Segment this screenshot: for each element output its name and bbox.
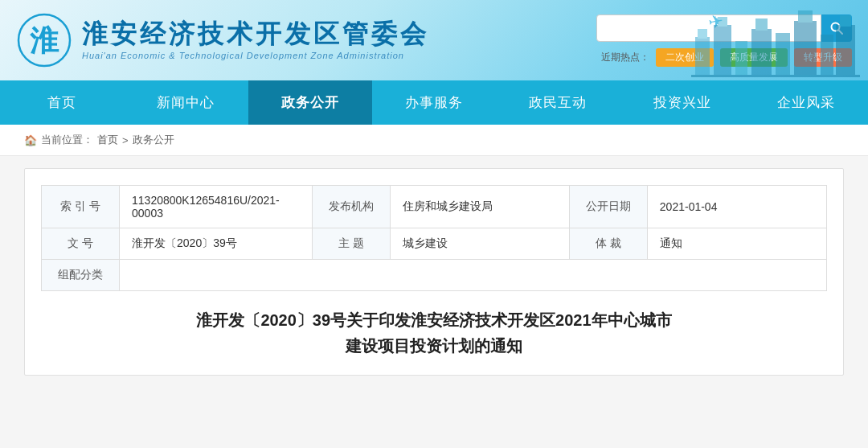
svg-rect-13	[821, 35, 833, 77]
svg-rect-12	[798, 10, 813, 23]
nav-item-enterprise[interactable]: 企业风采	[744, 80, 868, 125]
svg-rect-11	[794, 21, 817, 77]
nav-item-services[interactable]: 办事服务	[372, 80, 496, 125]
svg-rect-7	[735, 41, 747, 77]
article-title-line1: 淮开发〔2020〕39号关于印发淮安经济技术开发区2021年中心城市	[57, 307, 811, 333]
svg-rect-5	[714, 25, 731, 77]
value-date: 2021-01-04	[647, 186, 826, 228]
svg-rect-6	[718, 17, 727, 27]
label-docnum: 文 号	[42, 228, 120, 260]
breadcrumb: 🏠 当前位置： 首页 > 政务公开	[0, 125, 868, 156]
breadcrumb-current: 政务公开	[133, 133, 174, 147]
value-topic: 城乡建设	[390, 228, 569, 260]
svg-rect-16	[691, 75, 860, 77]
header-left: 淮 淮安经济技术开发区管委会 Huai'an Economic & Techno…	[16, 12, 429, 68]
svg-rect-10	[776, 33, 790, 77]
value-docnum: 淮开发〔2020〕39号	[120, 228, 313, 260]
table-row-3: 组配分类	[42, 260, 827, 291]
value-genre: 通知	[647, 228, 826, 260]
label-publisher: 发布机构	[312, 186, 390, 228]
svg-rect-14	[836, 25, 855, 77]
nav-item-interaction[interactable]: 政民互动	[496, 80, 620, 125]
hot-topics-label: 近期热点：	[601, 51, 649, 64]
breadcrumb-separator: >	[122, 134, 129, 146]
value-publisher: 住房和城乡建设局	[390, 186, 569, 228]
breadcrumb-prefix: 当前位置：	[41, 133, 93, 147]
header: 淮 淮安经济技术开发区管委会 Huai'an Economic & Techno…	[0, 0, 868, 80]
breadcrumb-home-link[interactable]: 首页	[97, 133, 118, 147]
value-category	[120, 260, 827, 291]
info-table: 索 引 号 11320800K12654816U/2021-00003 发布机构…	[41, 185, 827, 291]
nav-item-home[interactable]: 首页	[0, 80, 124, 125]
label-topic: 主 题	[312, 228, 390, 260]
nav-item-investment[interactable]: 投资兴业	[620, 80, 743, 125]
svg-rect-9	[755, 18, 768, 31]
svg-text:淮: 淮	[30, 24, 59, 57]
city-illustration	[691, 1, 860, 80]
label-date: 公开日期	[569, 186, 647, 228]
nav-item-news[interactable]: 新闻中心	[124, 80, 248, 125]
logo-title: 淮安经济技术开发区管委会	[82, 20, 429, 48]
logo-subtitle: Huai'an Economic & Technological Develop…	[82, 51, 429, 60]
label-genre: 体 裁	[569, 228, 647, 260]
logo-icon: 淮	[16, 12, 72, 68]
svg-rect-8	[751, 29, 772, 77]
breadcrumb-home-icon: 🏠	[24, 134, 37, 146]
table-row-2: 文 号 淮开发〔2020〕39号 主 题 城乡建设 体 裁 通知	[42, 228, 827, 260]
label-category: 组配分类	[42, 260, 120, 291]
svg-rect-3	[695, 37, 710, 77]
value-index: 11320800K12654816U/2021-00003	[120, 186, 313, 228]
svg-rect-15	[840, 15, 851, 27]
navigation: 首页 新闻中心 政务公开 办事服务 政民互动 投资兴业 企业风采	[0, 80, 868, 125]
logo-text: 淮安经济技术开发区管委会 Huai'an Economic & Technolo…	[82, 20, 429, 60]
label-index: 索 引 号	[42, 186, 120, 228]
main-content: 索 引 号 11320800K12654816U/2021-00003 发布机构…	[24, 168, 844, 376]
nav-item-affairs[interactable]: 政务公开	[248, 80, 372, 125]
svg-rect-4	[698, 29, 707, 39]
article-title: 淮开发〔2020〕39号关于印发淮安经济技术开发区2021年中心城市 建设项目投…	[41, 307, 827, 359]
article-title-line2: 建设项目投资计划的通知	[57, 333, 811, 359]
table-row-1: 索 引 号 11320800K12654816U/2021-00003 发布机构…	[42, 186, 827, 228]
